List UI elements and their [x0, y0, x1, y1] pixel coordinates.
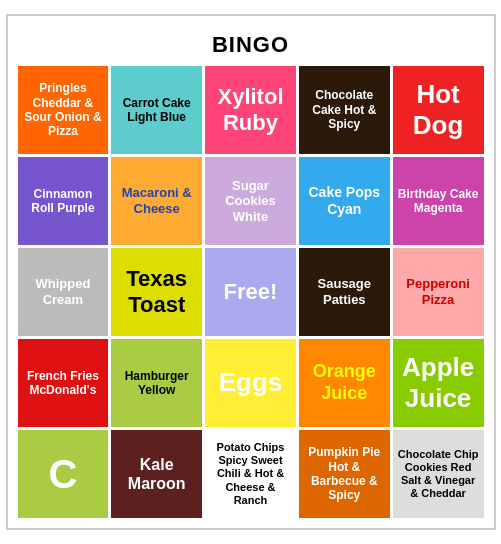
bingo-cell-15: French Fries McDonald's	[18, 339, 109, 427]
bingo-cell-2: Xylitol Ruby	[205, 66, 296, 154]
bingo-cell-20: C	[18, 430, 109, 518]
bingo-cell-8: Cake Pops Cyan	[299, 157, 390, 245]
bingo-cell-5: Cinnamon Roll Purple	[18, 157, 109, 245]
bingo-cell-1: Carrot Cake Light Blue	[111, 66, 202, 154]
bingo-cell-14: Pepperoni Pizza	[393, 248, 484, 336]
bingo-cell-19: Apple Juice	[393, 339, 484, 427]
bingo-cell-18: Orange Juice	[299, 339, 390, 427]
bingo-cell-22: Potato Chips Spicy Sweet Chili & Hot & C…	[205, 430, 296, 518]
bingo-cell-3: Chocolate Cake Hot & Spicy	[299, 66, 390, 154]
bingo-cell-6: Macaroni & Cheese	[111, 157, 202, 245]
bingo-cell-12: Free!	[205, 248, 296, 336]
bingo-cell-7: Sugar Cookies White	[205, 157, 296, 245]
bingo-cell-17: Eggs	[205, 339, 296, 427]
bingo-cell-24: Chocolate Chip Cookies Red Salt & Vinega…	[393, 430, 484, 518]
bingo-cell-16: Hamburger Yellow	[111, 339, 202, 427]
bingo-cell-23: Pumpkin Pie Hot & Barbecue & Spicy	[299, 430, 390, 518]
bingo-title: BINGO	[18, 26, 484, 66]
bingo-card: BINGO Pringles Cheddar & Sour Onion & Pi…	[6, 14, 496, 530]
bingo-cell-13: Sausage Patties	[299, 248, 390, 336]
bingo-cell-11: Texas Toast	[111, 248, 202, 336]
bingo-cell-21: Kale Maroon	[111, 430, 202, 518]
bingo-cell-9: Birthday Cake Magenta	[393, 157, 484, 245]
bingo-cell-10: Whipped Cream	[18, 248, 109, 336]
bingo-cell-0: Pringles Cheddar & Sour Onion & Pizza	[18, 66, 109, 154]
bingo-cell-4: Hot Dog	[393, 66, 484, 154]
bingo-grid: Pringles Cheddar & Sour Onion & PizzaCar…	[18, 66, 484, 518]
